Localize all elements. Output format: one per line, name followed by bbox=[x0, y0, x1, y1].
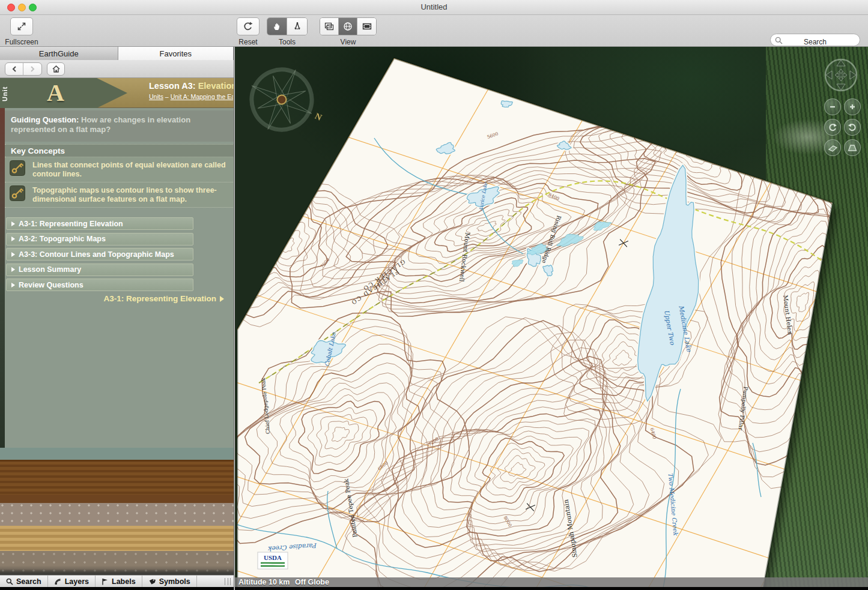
section-item[interactable]: Review Questions bbox=[6, 278, 193, 291]
altitude-readout: Altitude 10 km bbox=[238, 578, 290, 586]
bottom-tab-label: Labels bbox=[112, 577, 136, 586]
disclosure-triangle-icon bbox=[11, 221, 15, 226]
content: EarthGuide Favorites Unit bbox=[0, 47, 868, 590]
reset-icon bbox=[243, 21, 253, 32]
disclosure-triangle-icon bbox=[11, 283, 15, 287]
drag-grip[interactable] bbox=[225, 578, 231, 585]
strata-layer-brown bbox=[0, 460, 234, 495]
measure-tool-icon bbox=[293, 22, 302, 31]
reset-label: Reset bbox=[237, 38, 259, 46]
strata-sky bbox=[0, 448, 234, 460]
topographic-map[interactable]: GLACIER COFLATHEAD COMount RockwellRisin… bbox=[235, 47, 868, 590]
window-title: Untitled bbox=[0, 2, 868, 11]
key-concept-item: Topographic maps use contour lines to sh… bbox=[5, 182, 234, 208]
section-label: A3-3: Contour Lines and Topographic Maps bbox=[19, 250, 174, 259]
tag-icon bbox=[148, 578, 156, 585]
search-label: Search bbox=[770, 38, 860, 46]
section-item[interactable]: A3-1: Representing Elevation bbox=[6, 217, 193, 230]
toolbar: Fullscreen Reset Tools View bbox=[0, 15, 868, 47]
svg-text:USDA: USDA bbox=[264, 554, 282, 561]
plus-icon bbox=[848, 103, 857, 111]
home-button[interactable] bbox=[47, 62, 65, 76]
rotate-left-button[interactable] bbox=[824, 119, 841, 136]
pan-tool-button[interactable] bbox=[267, 18, 287, 35]
tilt-up-button[interactable] bbox=[844, 139, 861, 156]
next-section-label: A3-1: Representing Elevation bbox=[103, 294, 216, 303]
minus-icon bbox=[828, 103, 837, 111]
forward-chevron-icon bbox=[29, 65, 35, 73]
strata-layer-speckled bbox=[0, 503, 234, 526]
rotate-right-button[interactable] bbox=[844, 119, 861, 136]
sidebar-background-strip bbox=[0, 78, 5, 462]
lesson-title: Lesson A3: Elevation and Contour Lines bbox=[149, 81, 234, 91]
lesson-title-prefix: Lesson A3: bbox=[149, 81, 196, 91]
layers-icon bbox=[54, 578, 62, 585]
bottom-tab-layers[interactable]: Layers bbox=[48, 576, 96, 587]
strata-layer-bottom bbox=[0, 569, 234, 575]
bottom-tab-labels[interactable]: Labels bbox=[96, 576, 142, 587]
film-view-button[interactable] bbox=[357, 18, 376, 35]
next-section-link[interactable]: A3-1: Representing Elevation bbox=[103, 294, 224, 303]
back-button[interactable] bbox=[5, 63, 23, 75]
images-view-button[interactable] bbox=[320, 18, 339, 35]
app-window: Untitled Fullscreen Reset Tools bbox=[0, 0, 868, 590]
rotate-left-icon bbox=[828, 122, 837, 132]
tab-earthguide[interactable]: EarthGuide bbox=[0, 47, 118, 60]
back-chevron-icon bbox=[11, 65, 17, 73]
reset-button[interactable] bbox=[237, 17, 259, 35]
key-concept-item: Lines that connect points of equal eleva… bbox=[5, 157, 234, 182]
map-nav-controls bbox=[819, 58, 861, 156]
section-label: A3-2: Topographic Maps bbox=[19, 235, 106, 243]
forward-button[interactable] bbox=[23, 63, 41, 75]
section-item[interactable]: A3-2: Topographic Maps bbox=[6, 233, 193, 245]
tab-favorites[interactable]: Favorites bbox=[118, 47, 234, 60]
compass-north-label: N bbox=[314, 111, 324, 122]
film-icon bbox=[362, 22, 372, 31]
rotate-right-icon bbox=[848, 122, 857, 132]
fullscreen-label: Fullscreen bbox=[3, 38, 40, 46]
home-icon bbox=[52, 65, 61, 73]
map-sheet: GLACIER COFLATHEAD COMount RockwellRisin… bbox=[235, 47, 868, 590]
tilt-down-button[interactable] bbox=[824, 139, 841, 156]
measure-tool-button[interactable] bbox=[287, 18, 307, 35]
unit-badge-label: Unit bbox=[1, 81, 11, 106]
globe-view-button[interactable] bbox=[339, 18, 357, 35]
hand-icon bbox=[272, 22, 282, 31]
sidebar-nav-row bbox=[0, 60, 234, 78]
zoom-in-button[interactable] bbox=[844, 98, 861, 115]
search-icon bbox=[6, 578, 13, 585]
section-label: A3-1: Representing Elevation bbox=[19, 220, 123, 228]
sidebar-bottom-bar: SearchLayersLabelsSymbols bbox=[0, 575, 234, 587]
elevation-label: 6000 bbox=[808, 391, 815, 404]
map-black-strip bbox=[235, 587, 868, 590]
compass-rose-icon: N bbox=[243, 62, 324, 138]
breadcrumb-link[interactable]: Unit A: Mapping the Earth bbox=[171, 93, 233, 100]
bottom-tab-label: Search bbox=[16, 577, 41, 586]
fullscreen-icon bbox=[16, 21, 27, 32]
guiding-question-label: Guiding Question: bbox=[11, 115, 79, 124]
section-item[interactable]: A3-3: Contour Lines and Topographic Maps bbox=[6, 248, 193, 260]
breadcrumb-link[interactable]: Units bbox=[149, 93, 163, 100]
map-viewport[interactable]: GLACIER COFLATHEAD COMount RockwellRisin… bbox=[235, 47, 868, 590]
zoom-out-button[interactable] bbox=[824, 98, 841, 115]
bottom-tab-label: Symbols bbox=[159, 577, 190, 586]
next-arrow-icon bbox=[220, 296, 224, 302]
bottom-tab-symbols[interactable]: Symbols bbox=[142, 576, 197, 587]
section-item[interactable]: Lesson Summary bbox=[6, 263, 193, 276]
images-icon bbox=[324, 22, 334, 31]
globe-mode-readout: Off Globe bbox=[295, 578, 329, 586]
key-concept-text: Lines that connect points of equal eleva… bbox=[28, 160, 231, 179]
key-icon bbox=[10, 185, 25, 201]
lesson-title-text: Elevation and Contour Lines bbox=[198, 81, 234, 91]
bottom-tab-search[interactable]: Search bbox=[0, 576, 48, 587]
section-label: Review Questions bbox=[19, 281, 83, 289]
pan-control[interactable] bbox=[824, 58, 858, 92]
bottom-tab-label: Layers bbox=[65, 577, 89, 586]
key-icon bbox=[10, 160, 25, 176]
lesson-header: Unit A Lesson A3: Elevation and Contour … bbox=[0, 78, 234, 108]
tilt-perspective-icon bbox=[847, 143, 858, 152]
usda-logo: USDA bbox=[258, 552, 288, 569]
titlebar: Untitled bbox=[0, 0, 868, 15]
fullscreen-button[interactable] bbox=[10, 17, 33, 35]
sidebar: EarthGuide Favorites Unit bbox=[0, 47, 234, 590]
